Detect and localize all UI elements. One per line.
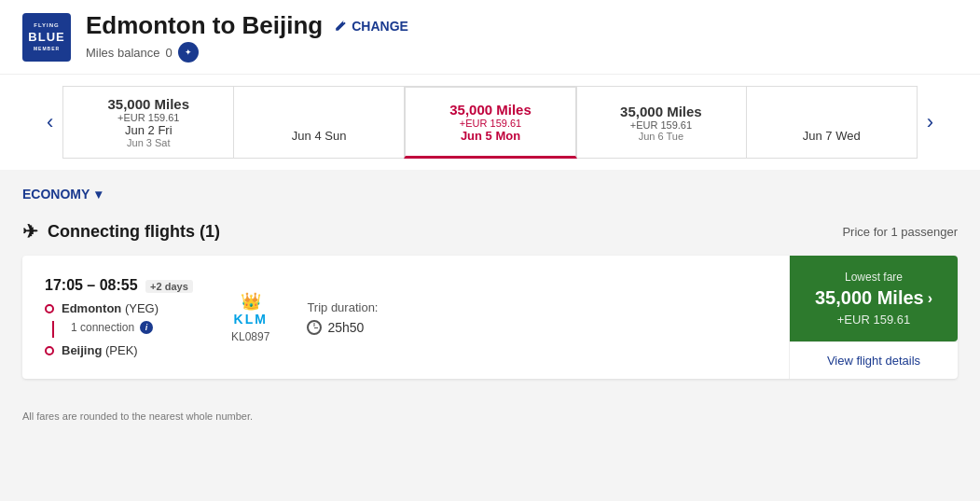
route-title: Edmonton to Beijing CHANGE <box>86 11 408 40</box>
date-cell-1[interactable]: 35,000 Miles +EUR 159.61 Jun 2 Fri Jun 3… <box>63 87 234 158</box>
flying-blue-logo: FLYING BLUE MEMBER <box>22 13 71 62</box>
fare-box[interactable]: Lowest fare 35,000 Miles › +EUR 159.61 <box>790 256 958 341</box>
next-date-button[interactable]: › <box>918 110 943 134</box>
miles-icon: ✦ <box>178 42 199 63</box>
klm-text: KLM <box>234 312 268 327</box>
date-cell-4[interactable]: 35,000 Miles +EUR 159.61 Jun 6 Tue <box>576 87 747 158</box>
section-title: ✈ Connecting flights (1) <box>22 220 220 243</box>
date-miles-1: 35,000 Miles <box>107 96 189 112</box>
date-cell-5[interactable]: – – Jun 7 Wed <box>747 87 917 158</box>
flight-card-right: Lowest fare 35,000 Miles › +EUR 159.61 V… <box>789 256 958 379</box>
header-title-area: Edmonton to Beijing CHANGE Miles balance… <box>86 11 408 63</box>
date-cells: 35,000 Miles +EUR 159.61 Jun 2 Fri Jun 3… <box>62 86 917 159</box>
view-flight-details-button[interactable]: View flight details <box>790 341 958 379</box>
origin-city: Edmonton (YEG) <box>62 301 159 315</box>
dest-city: Beijing (PEK) <box>62 343 138 357</box>
date-cell-3[interactable]: 35,000 Miles +EUR 159.61 Jun 5 Mon <box>404 86 577 159</box>
chevron-down-icon: ▾ <box>95 187 102 202</box>
plane-icon: ✈ <box>22 220 38 243</box>
date-eur-3: +EUR 159.61 <box>460 118 521 129</box>
klm-crown-icon: 👑 <box>241 291 261 312</box>
time-range: 17:05 – 08:55 +2 days <box>45 277 194 294</box>
economy-dropdown-button[interactable]: ECONOMY ▾ <box>22 187 102 202</box>
dest-dot <box>45 346 54 355</box>
duration-label: Trip duration: <box>307 300 378 314</box>
clock-icon <box>307 320 322 335</box>
change-button[interactable]: CHANGE <box>334 19 408 34</box>
airline-info: 👑 KLM KL0897 <box>231 291 269 343</box>
date-selector: ‹ 35,000 Miles +EUR 159.61 Jun 2 Fri Jun… <box>0 75 980 170</box>
date-label-2: Jun 4 Sun <box>292 129 347 143</box>
connection-info: 1 connection i <box>71 321 153 334</box>
date-sub-4: Jun 6 Tue <box>639 131 683 142</box>
date-cell-2[interactable]: – – Jun 4 Sun <box>234 87 405 158</box>
price-info: Price for 1 passenger <box>842 225 958 239</box>
fare-eur: +EUR 159.61 <box>837 313 910 327</box>
chevron-right-icon: › <box>928 290 932 307</box>
route-text: Edmonton to Beijing <box>86 11 323 40</box>
fare-label: Lowest fare <box>845 271 903 284</box>
days-badge: +2 days <box>145 280 193 293</box>
fare-miles: 35,000 Miles › <box>815 287 932 309</box>
date-eur-1: +EUR 159.61 <box>117 112 179 123</box>
trip-duration: Trip duration: 25h50 <box>307 300 378 335</box>
route-line <box>52 321 54 338</box>
flights-title: Connecting flights (1) <box>48 222 220 242</box>
date-label-3: Jun 5 Mon <box>461 129 520 143</box>
dest-point: Beijing (PEK) <box>45 343 194 357</box>
pencil-icon <box>334 20 347 33</box>
header: FLYING BLUE MEMBER Edmonton to Beijing C… <box>0 0 980 75</box>
section-header: ✈ Connecting flights (1) Price for 1 pas… <box>22 220 958 243</box>
date-label-5: Jun 7 Wed <box>803 129 861 143</box>
duration-time: 25h50 <box>307 320 378 335</box>
prev-date-button[interactable]: ‹ <box>37 110 62 134</box>
date-label-1: Jun 2 Fri <box>125 123 173 137</box>
date-miles-4: 35,000 Miles <box>620 104 702 119</box>
footer-note: All fares are rounded to the nearest who… <box>0 401 980 431</box>
economy-label: ECONOMY <box>22 187 90 202</box>
connection-wrapper: 1 connection i <box>48 321 194 338</box>
main-content: ✈ Connecting flights (1) Price for 1 pas… <box>0 211 980 401</box>
flight-card: 17:05 – 08:55 +2 days Edmonton (YEG) <box>22 256 958 379</box>
economy-section: ECONOMY ▾ <box>0 170 980 211</box>
flight-times: 17:05 – 08:55 +2 days Edmonton (YEG) <box>45 277 194 357</box>
date-eur-4: +EUR 159.61 <box>630 119 692 131</box>
origin-dot <box>45 304 54 313</box>
origin-point: Edmonton (YEG) <box>45 301 194 315</box>
change-label: CHANGE <box>352 19 408 34</box>
info-icon[interactable]: i <box>140 321 153 334</box>
route-visual: Edmonton (YEG) 1 connection i <box>45 301 194 357</box>
date-miles-3: 35,000 Miles <box>449 102 531 118</box>
date-sub-1: Jun 3 Sat <box>127 137 170 148</box>
flight-info: 17:05 – 08:55 +2 days Edmonton (YEG) <box>22 256 789 379</box>
flight-number: KL0897 <box>231 330 269 343</box>
miles-balance: Miles balance 0 ✦ <box>86 42 408 63</box>
klm-logo: 👑 KLM <box>234 291 268 327</box>
